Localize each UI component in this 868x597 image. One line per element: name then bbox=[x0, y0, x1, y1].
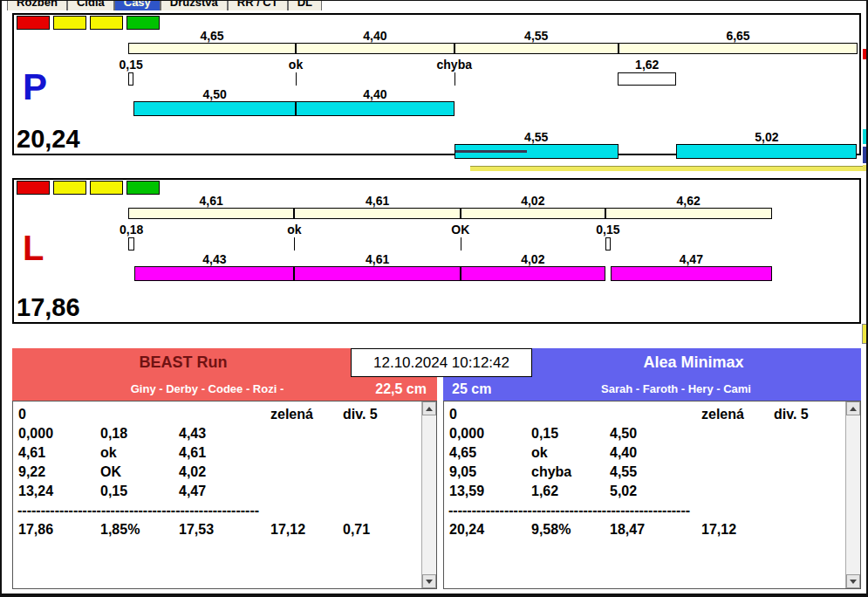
tab-2[interactable]: Čidla bbox=[67, 1, 114, 10]
split-segment bbox=[461, 208, 605, 219]
split-time-label: 4,61 bbox=[366, 195, 389, 208]
results-box-left: 0zelenádiv. 50,0000,184,434,61ok4,619,22… bbox=[12, 401, 437, 589]
arrow-up-icon bbox=[426, 407, 433, 411]
window-edge-artifact bbox=[863, 147, 868, 163]
run-time-label: 4,50 bbox=[202, 88, 226, 101]
arrow-down-icon bbox=[426, 580, 433, 584]
result-cell: 0,15 bbox=[531, 424, 558, 443]
result-cell: 0,000 bbox=[18, 424, 53, 443]
tab-5[interactable]: RR / ČT bbox=[228, 1, 288, 10]
split-time-label: 6,65 bbox=[726, 30, 749, 43]
scroll-down-button[interactable] bbox=[846, 574, 860, 588]
tab-4[interactable]: Družstva bbox=[161, 1, 228, 10]
split-time-label: 4,40 bbox=[363, 30, 386, 43]
split-segment bbox=[294, 208, 460, 219]
team-dogs-row: Giny - Derby - Codee - Rozi - 22,5 cm bbox=[12, 377, 437, 401]
tab-1[interactable]: Rozběh bbox=[7, 1, 67, 10]
result-row: 0,0000,184,43 bbox=[13, 424, 421, 443]
result-cell: 13,59 bbox=[449, 482, 484, 501]
result-cell: 9,22 bbox=[18, 463, 45, 482]
marker-row bbox=[128, 237, 857, 252]
result-row: 9,05chyba4,55 bbox=[444, 463, 845, 482]
status-light bbox=[90, 181, 123, 195]
lane-letter-p: P bbox=[23, 69, 47, 106]
result-cell: 4,50 bbox=[610, 424, 637, 443]
result-row: 4,65ok4,40 bbox=[444, 443, 845, 463]
split-time-label: 4,65 bbox=[200, 30, 223, 43]
result-cell: OK bbox=[100, 463, 121, 482]
run-bar bbox=[296, 101, 455, 116]
result-row: 0,0000,154,50 bbox=[444, 424, 845, 443]
team-dogs: Sarah - Faroth - Hery - Cami bbox=[601, 382, 751, 395]
result-cell: 4,47 bbox=[179, 482, 206, 501]
tab-bar: RozběhČidlaČasyDružstvaRR / ČTDL bbox=[7, 1, 322, 10]
result-cell: ok bbox=[531, 443, 548, 463]
scrollbar[interactable] bbox=[421, 401, 436, 588]
result-row: 13,591,625,02 bbox=[444, 482, 845, 501]
marker-label: chyba bbox=[437, 58, 472, 72]
split-time-label: 4,55 bbox=[524, 30, 548, 43]
split-segment bbox=[619, 43, 858, 54]
results-list: 0zelenádiv. 50,0000,154,504,65ok4,409,05… bbox=[444, 405, 845, 588]
result-cell: 18,47 bbox=[610, 520, 645, 539]
split-segment bbox=[605, 208, 772, 219]
window-edge-artifact bbox=[862, 324, 868, 344]
run-time-label: 4,43 bbox=[202, 253, 226, 266]
jump-height: 25 cm bbox=[452, 377, 491, 401]
scoreboard: BEAST Run Giny - Derby - Codee - Rozi - … bbox=[12, 348, 861, 589]
split-bar bbox=[128, 43, 857, 58]
result-cell: ok bbox=[100, 443, 117, 463]
run-bar bbox=[133, 101, 296, 116]
result-cell: 1,85% bbox=[100, 520, 140, 539]
status-lights bbox=[17, 16, 160, 30]
run-time-label: 4,02 bbox=[521, 253, 544, 266]
result-cell: 4,40 bbox=[610, 443, 637, 463]
result-cell: 0,15 bbox=[100, 482, 127, 501]
marker-label-row: 0,18okOK0,15 bbox=[128, 223, 857, 238]
tab-3[interactable]: Časy bbox=[114, 1, 161, 10]
split-time-label: 4,61 bbox=[200, 195, 223, 208]
result-cell: 13,24 bbox=[18, 482, 53, 501]
marker-label: ok bbox=[289, 58, 303, 72]
timing-panel-l: L 17,86 4,614,614,024,620,18okOK0,154,43… bbox=[12, 178, 861, 324]
scroll-up-button[interactable] bbox=[846, 401, 860, 415]
scroll-down-button[interactable] bbox=[422, 574, 436, 588]
run-bar bbox=[461, 266, 605, 281]
split-segment bbox=[455, 43, 619, 54]
result-cell: 17,12 bbox=[701, 520, 736, 539]
window-edge-artifact bbox=[863, 49, 868, 59]
team-name: Alea Minimax bbox=[643, 353, 743, 372]
result-row: 13,240,154,47 bbox=[13, 482, 421, 501]
run-bar bbox=[676, 144, 857, 159]
run-time-label: 5,02 bbox=[755, 131, 778, 144]
fault-box bbox=[128, 237, 134, 250]
fault-box bbox=[618, 72, 676, 86]
split-time-label: 4,02 bbox=[521, 195, 544, 208]
result-cell: 4,55 bbox=[610, 463, 637, 482]
split-bar bbox=[128, 208, 857, 223]
tab-6[interactable]: DL bbox=[288, 1, 322, 10]
result-cell: 9,05 bbox=[449, 463, 476, 482]
separator-row: ----------------------------------------… bbox=[444, 501, 845, 520]
jump-height: 22,5 cm bbox=[375, 377, 427, 401]
team-name: BEAST Run bbox=[140, 353, 228, 372]
result-cell: 0 bbox=[18, 405, 26, 424]
summary-row: 20,249,58%18,4717,12 bbox=[444, 520, 845, 539]
status-light bbox=[17, 181, 50, 195]
result-cell: 17,12 bbox=[270, 520, 305, 539]
result-cell: chyba bbox=[531, 463, 571, 482]
result-cell: 4,61 bbox=[179, 443, 206, 463]
status-light bbox=[17, 16, 50, 30]
run-time-label: 4,47 bbox=[680, 253, 703, 266]
marker-row bbox=[128, 72, 857, 87]
marker-label-row: 0,15okchyba1,62 bbox=[128, 58, 857, 73]
result-cell: 0 bbox=[449, 405, 457, 424]
scroll-up-button[interactable] bbox=[422, 401, 436, 415]
split-segment bbox=[296, 43, 455, 54]
result-cell: 17,86 bbox=[18, 520, 53, 539]
scrollbar[interactable] bbox=[845, 401, 860, 588]
result-row: 9,22OK4,02 bbox=[13, 463, 421, 482]
fault-box bbox=[605, 237, 611, 250]
separator-row: ----------------------------------------… bbox=[13, 501, 421, 520]
arrow-down-icon bbox=[850, 580, 857, 584]
